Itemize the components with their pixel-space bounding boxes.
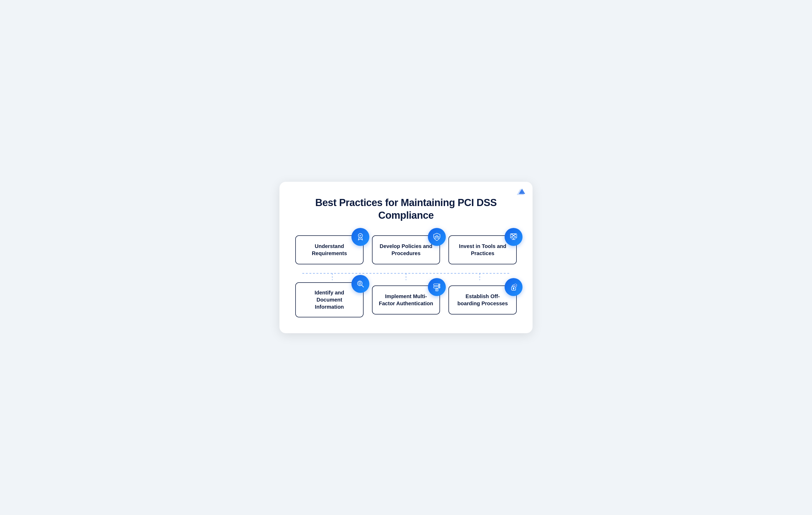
box-wrapper-4: Identify and Document Information [295, 282, 364, 317]
box-label-3: Invest in Tools and Practices [455, 243, 510, 257]
monitor-network-icon [509, 232, 518, 242]
icon-shield-users-circle [428, 228, 446, 246]
svg-line-23 [361, 285, 364, 287]
main-card: Best Practices for Maintaining PCI DSS C… [280, 182, 532, 333]
box-wrapper-6: Establish Off-boarding Processes [448, 286, 517, 315]
box-wrapper-1: Understand Requirements [295, 235, 364, 264]
connector-svg [295, 264, 517, 282]
svg-point-3 [436, 235, 438, 237]
row-bottom: Identify and Document Information Implem… [295, 282, 517, 317]
box-label-5: Implement Multi-Factor Authentication [379, 293, 433, 307]
svg-rect-6 [511, 234, 517, 238]
svg-point-27 [439, 287, 439, 288]
box-label-1: Understand Requirements [302, 243, 357, 257]
lock-shield-icon [509, 282, 518, 292]
connector-zigzag [295, 264, 517, 282]
svg-point-14 [512, 234, 513, 235]
box-label-2: Develop Policies and Procedures [379, 243, 433, 257]
box-label-6: Establish Off-boarding Processes [455, 293, 510, 307]
logo-icon [516, 188, 525, 197]
row-top: Understand Requirements Develop Policies… [295, 235, 517, 264]
box-wrapper-2: Develop Policies and Procedures [372, 235, 440, 264]
page-title: Best Practices for Maintaining PCI DSS C… [295, 196, 517, 222]
svg-point-29 [437, 290, 437, 290]
content-rows: Understand Requirements Develop Policies… [295, 235, 517, 317]
icon-search-shield-circle [351, 275, 369, 293]
search-shield-icon [356, 279, 365, 289]
svg-point-26 [439, 284, 439, 285]
svg-point-15 [515, 234, 516, 235]
box-wrapper-5: Implement Multi-Factor Authentication [372, 286, 440, 315]
svg-point-17 [515, 236, 516, 237]
shield-users-icon [432, 232, 442, 242]
svg-point-16 [512, 236, 513, 237]
svg-point-5 [438, 236, 439, 238]
icon-server-lock-circle [428, 278, 446, 296]
icon-award-circle [351, 228, 369, 246]
award-icon [356, 232, 365, 242]
box-label-4: Identify and Document Information [302, 289, 357, 310]
icon-lock-shield-circle [504, 278, 523, 296]
svg-point-4 [435, 236, 436, 238]
box-wrapper-3: Invest in Tools and Practices [448, 235, 517, 264]
server-lock-icon [432, 282, 442, 292]
icon-monitor-network-circle [504, 228, 523, 246]
